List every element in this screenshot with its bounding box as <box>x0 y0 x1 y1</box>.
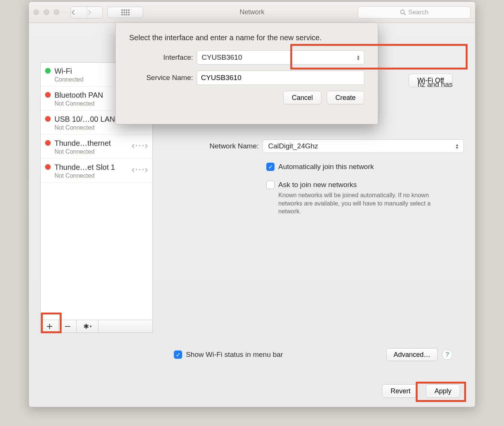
titlebar: Network Search <box>29 2 475 23</box>
help-button[interactable]: ? <box>442 349 453 360</box>
apply-button[interactable]: Apply <box>426 384 460 398</box>
panel-bottom-row: ✓ Show Wi-Fi status in menu bar Advanced… <box>161 348 453 361</box>
menubar-checkbox[interactable]: ✓ <box>174 350 182 359</box>
status-text-fragment: hz and has <box>418 80 453 89</box>
new-service-sheet: Select the interface and enter a name fo… <box>115 23 378 124</box>
remove-service-button[interactable] <box>59 320 77 332</box>
chevron-down-icon: ▾ <box>90 324 92 328</box>
svg-rect-4 <box>121 12 123 13</box>
service-name-input[interactable] <box>197 71 364 85</box>
forward-button[interactable] <box>87 7 103 18</box>
network-name-row: Network Name: CalDigit_24Ghz ▴▾ <box>165 139 464 153</box>
auto-join-row: ✓ Automatically join this network <box>165 163 464 171</box>
close-icon[interactable] <box>33 9 39 15</box>
svg-point-12 <box>401 10 404 14</box>
service-thunderbolt-ethernet[interactable]: Thunde…thernet Not Connected ‹⋯› <box>41 135 152 159</box>
status-dot-icon <box>45 164 51 170</box>
service-status: Not Connected <box>54 124 127 131</box>
service-name-label: Service Name: <box>129 74 197 82</box>
show-all-button[interactable] <box>107 7 143 18</box>
svg-rect-5 <box>124 12 125 13</box>
network-name-popup[interactable]: CalDigit_24Ghz ▴▾ <box>263 139 464 153</box>
svg-rect-8 <box>121 14 123 15</box>
status-dot-icon <box>45 92 51 98</box>
traffic-lights <box>33 9 59 15</box>
ask-join-row: Ask to join new networks Known networks … <box>165 181 464 216</box>
minimize-icon[interactable] <box>44 9 49 15</box>
back-button[interactable] <box>71 7 87 18</box>
zoom-icon[interactable] <box>54 9 59 15</box>
auto-join-checkbox[interactable]: ✓ <box>266 163 275 171</box>
service-thunderbolt-slot1[interactable]: Thunde…et Slot 1 Not Connected ‹⋯› <box>41 159 152 183</box>
auto-join-label: Automatically join this network <box>278 163 374 171</box>
search-input[interactable]: Search <box>358 6 471 18</box>
footer-buttons: Revert Apply <box>382 384 460 398</box>
network-preferences-window: Network Search Wi-Fi Connected Bluetooth… <box>29 2 475 407</box>
interface-select[interactable]: CYUSB3610 ▴▾ <box>197 50 364 65</box>
svg-rect-1 <box>124 9 125 11</box>
svg-line-13 <box>404 13 406 15</box>
network-name-value: CalDigit_24Ghz <box>268 142 318 150</box>
svg-rect-9 <box>124 14 125 15</box>
menubar-label: Show Wi-Fi status in menu bar <box>186 350 283 359</box>
interface-row: Interface: CYUSB3610 ▴▾ <box>129 50 364 65</box>
status-dot-icon <box>45 116 51 122</box>
status-dot-icon <box>45 68 51 74</box>
svg-rect-2 <box>126 9 127 11</box>
ask-join-checkbox[interactable] <box>266 181 275 189</box>
chevron-updown-icon: ▴▾ <box>456 143 458 149</box>
create-button[interactable]: Create <box>327 91 364 104</box>
ethernet-icon: ‹⋯› <box>131 163 149 176</box>
svg-rect-0 <box>121 9 123 11</box>
search-placeholder: Search <box>408 9 429 16</box>
interface-label: Interface: <box>129 53 197 62</box>
svg-rect-10 <box>126 14 127 15</box>
revert-button[interactable]: Revert <box>382 384 419 398</box>
service-actions-button[interactable]: ✱ ▾ <box>77 320 98 332</box>
ask-join-description: Known networks will be joined automatica… <box>278 191 440 216</box>
svg-rect-7 <box>128 12 130 13</box>
ethernet-icon: ‹⋯› <box>131 139 149 152</box>
sheet-message: Select the interface and enter a name fo… <box>129 33 364 42</box>
ask-join-label: Ask to join new networks <box>278 181 440 189</box>
service-name: Thunde…thernet <box>54 139 127 148</box>
svg-rect-6 <box>126 12 127 13</box>
chevron-updown-icon: ▴▾ <box>357 54 359 60</box>
svg-rect-11 <box>128 14 130 15</box>
service-list-footer: ✱ ▾ <box>41 320 152 332</box>
advanced-button[interactable]: Advanced… <box>386 348 438 361</box>
cancel-button[interactable]: Cancel <box>283 91 321 104</box>
status-dot-icon <box>45 140 51 146</box>
nav-group <box>71 6 103 18</box>
add-service-button[interactable] <box>41 320 59 332</box>
service-status: Not Connected <box>54 172 127 180</box>
search-icon <box>400 9 406 15</box>
gear-icon: ✱ <box>83 322 89 331</box>
network-name-label: Network Name: <box>165 142 263 150</box>
service-status: Not Connected <box>54 148 127 156</box>
interface-value: CYUSB3610 <box>202 53 242 62</box>
service-name-row: Service Name: <box>129 71 364 85</box>
svg-rect-3 <box>128 9 130 11</box>
service-name: Thunde…et Slot 1 <box>54 163 127 172</box>
